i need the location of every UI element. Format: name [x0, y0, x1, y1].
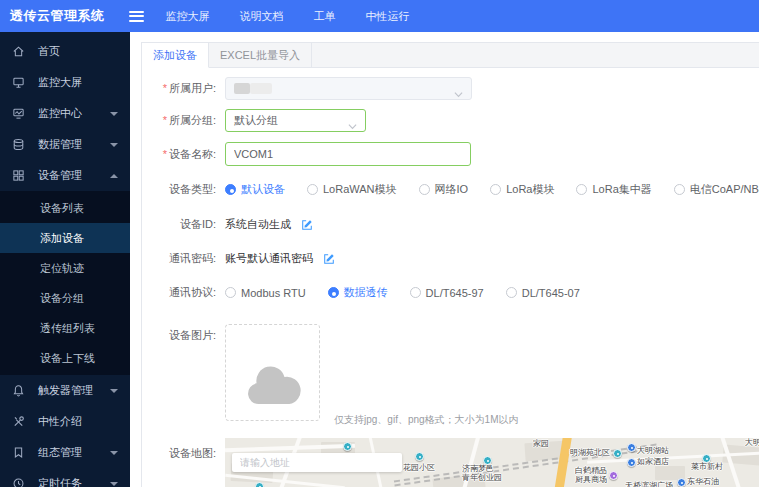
bigscreen-icon — [12, 76, 26, 90]
sidebar-item-label: 组态管理 — [38, 445, 110, 460]
device-id-value: 系统自动生成 — [225, 217, 291, 232]
protocol-radio-group: Modbus RTU数据透传DL/T645-97DL/T645-07 — [225, 285, 580, 300]
protocol-radio-dlt645-07[interactable]: DL/T645-07 — [506, 287, 580, 299]
top-nav-neutral-run[interactable]: 中性运行 — [366, 9, 410, 24]
sidebar-item-neutral-intro[interactable]: 中性介绍 — [0, 406, 130, 437]
chevron-down-icon — [348, 117, 357, 126]
tag-icon — [12, 446, 26, 460]
sidebar-item-configuration-management[interactable]: 组态管理 — [0, 437, 130, 468]
device-name-label: *设备名称: — [142, 147, 216, 162]
poi-marker — [343, 442, 352, 451]
required-asterisk: * — [163, 114, 167, 126]
chevron-up-icon — [110, 174, 118, 178]
sidebar-item-device-group[interactable]: 设备分组 — [0, 283, 130, 313]
poi-marker — [255, 482, 264, 487]
device-image-row: 设备图片: — [142, 324, 320, 421]
image-format-note: 仅支持jpg、gif、png格式；大小为1M以内 — [334, 413, 518, 427]
top-nav-work-order[interactable]: 工单 — [314, 9, 336, 24]
sidebar-bottom-menu: 触发器管理中性介绍组态管理定时任务 — [0, 375, 130, 487]
device-type-radio-telecom-coap-nbiot[interactable]: 电信CoAP/NB-IoT — [674, 182, 759, 197]
sidebar-item-monitor-screen[interactable]: 监控大屏 — [0, 67, 130, 98]
radio-dot-icon — [506, 287, 517, 298]
sidebar-item-label: 首页 — [38, 44, 118, 59]
chevron-down-icon — [110, 389, 118, 393]
device-name-input[interactable] — [225, 142, 471, 166]
map-poi-label: 家园 — [533, 439, 549, 448]
owner-label: *所属用户: — [142, 81, 216, 96]
protocol-radio-data-passthrough[interactable]: 数据透传 — [328, 285, 388, 300]
radio-label: DL/T645-97 — [426, 287, 484, 299]
image-upload-box[interactable] — [225, 324, 320, 421]
map-poi-label: 大明湖 — [745, 438, 759, 447]
radio-label: 电信CoAP/NB-IoT — [690, 182, 759, 197]
device-type-radio-network-io[interactable]: 网络IO — [419, 182, 469, 197]
map-poi-label: 如家酒店 — [637, 457, 669, 466]
map-poi-label: 大明湖站 — [637, 446, 669, 455]
map-poi-label: 花园小区 — [403, 463, 435, 472]
poi-marker — [415, 452, 424, 461]
map-poi-label: 东华石油 — [687, 477, 719, 486]
radio-dot-icon — [225, 287, 236, 298]
device-map-label: 设备地图: — [142, 446, 216, 461]
top-nav-docs[interactable]: 说明文档 — [240, 9, 284, 24]
group-select[interactable]: 默认分组 — [225, 109, 366, 132]
sidebar: 首页监控大屏监控中心数据管理设备管理 设备列表添加设备定位轨迹设备分组透传组列表… — [0, 32, 130, 487]
sidebar-item-device-list[interactable]: 设备列表 — [0, 193, 130, 223]
protocol-radio-dlt645-97[interactable]: DL/T645-97 — [410, 287, 484, 299]
tab-add-device[interactable]: 添加设备 — [142, 43, 209, 68]
owner-select[interactable] — [225, 77, 472, 100]
device-type-radio-lorawan-module[interactable]: LoRaWAN模块 — [307, 182, 397, 197]
sidebar-item-label: 中性介绍 — [38, 414, 118, 429]
device-name-row: *设备名称: — [142, 142, 471, 166]
menu-toggle-icon[interactable] — [129, 11, 144, 22]
sidebar-item-passthrough-group-list[interactable]: 透传组列表 — [0, 313, 130, 343]
sidebar-item-location-track[interactable]: 定位轨迹 — [0, 253, 130, 283]
tabs-card: 添加设备EXCEL批量导入 *所属用户: *所属分组: — [141, 42, 759, 487]
sidebar-item-trigger-management[interactable]: 触发器管理 — [0, 375, 130, 406]
protocol-row: 通讯协议: Modbus RTU数据透传DL/T645-97DL/T645-07 — [142, 285, 580, 300]
sidebar-item-device-online-offline[interactable]: 设备上下线 — [0, 343, 130, 373]
bell-icon — [12, 384, 26, 398]
map-poi-label: 天桥滨湖广场 — [625, 481, 673, 487]
sidebar-item-device-management[interactable]: 设备管理 — [0, 160, 130, 191]
device-map[interactable]: 花园小区济南梦邑 青年创业园家园明湖苑北区大明湖站如家酒店白鹤精品 厨具商场菜市… — [225, 438, 759, 487]
device-type-radio-group: 默认设备LoRaWAN模块网络IOLoRa模块LoRa集中器电信CoAP/NB-… — [225, 182, 759, 197]
owner-row: *所属用户: — [142, 77, 472, 100]
chevron-down-icon — [110, 451, 118, 455]
grid-icon — [12, 169, 26, 183]
radio-label: 默认设备 — [241, 182, 285, 197]
sidebar-item-scheduled-tasks[interactable]: 定时任务 — [0, 468, 130, 487]
home-icon — [12, 45, 26, 59]
poi-marker — [613, 449, 622, 458]
map-poi-label: 济南梦邑 青年创业园 — [462, 464, 502, 482]
sidebar-item-home[interactable]: 首页 — [0, 36, 130, 67]
radio-dot-icon — [225, 184, 236, 195]
edit-icon[interactable] — [301, 219, 313, 231]
device-type-radio-lora-concentrator[interactable]: LoRa集中器 — [576, 182, 651, 197]
cloud-placeholder-icon — [242, 364, 304, 406]
device-type-radio-default-device[interactable]: 默认设备 — [225, 182, 285, 197]
device-id-row: 设备ID: 系统自动生成 — [142, 217, 313, 232]
radio-label: 数据透传 — [344, 285, 388, 300]
main-content: 添加设备EXCEL批量导入 *所属用户: *所属分组: — [130, 32, 759, 487]
radio-label: LoRa集中器 — [592, 182, 651, 197]
sidebar-item-label: 触发器管理 — [38, 383, 110, 398]
device-type-radio-lora-module[interactable]: LoRa模块 — [490, 182, 554, 197]
brand-title: 透传云管理系统 — [10, 7, 105, 25]
sidebar-item-label: 监控中心 — [38, 106, 110, 121]
tab-excel-import[interactable]: EXCEL批量导入 — [209, 43, 312, 68]
protocol-radio-modbus-rtu[interactable]: Modbus RTU — [225, 287, 306, 299]
map-address-search-input[interactable] — [232, 453, 402, 472]
sidebar-item-add-device[interactable]: 添加设备 — [0, 223, 130, 253]
radio-label: DL/T645-07 — [522, 287, 580, 299]
device-image-label: 设备图片: — [142, 328, 216, 343]
map-poi-label: 明湖苑北区 — [570, 448, 610, 457]
sidebar-item-data-management[interactable]: 数据管理 — [0, 129, 130, 160]
sidebar-item-label: 数据管理 — [38, 137, 110, 152]
comm-password-value: 账号默认通讯密码 — [225, 251, 313, 266]
sidebar-item-label: 监控大屏 — [38, 75, 118, 90]
top-nav: 监控大屏说明文档工单中性运行 — [166, 9, 410, 24]
top-nav-monitor-screen[interactable]: 监控大屏 — [166, 9, 210, 24]
edit-icon[interactable] — [323, 253, 335, 265]
sidebar-item-monitor-center[interactable]: 监控中心 — [0, 98, 130, 129]
